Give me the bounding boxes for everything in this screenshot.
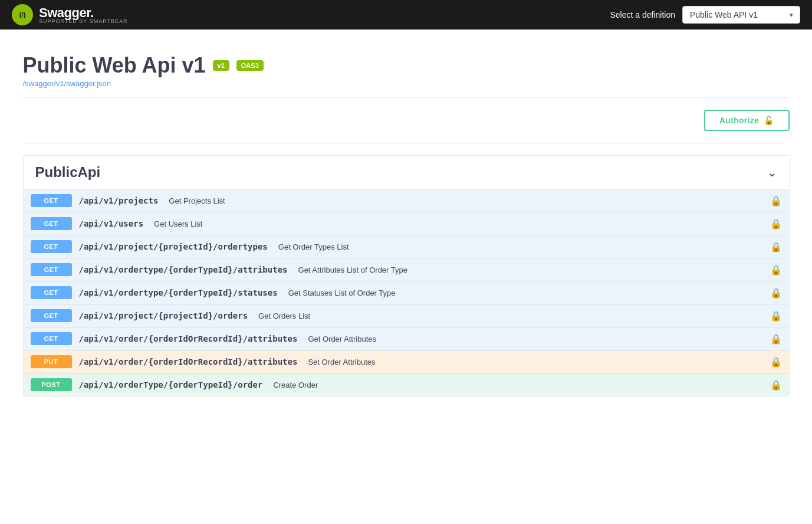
endpoint-path: /api/v1/ordertype/{orderTypeId}/attribut… <box>79 265 288 274</box>
endpoint-lock-icon: 🔒 <box>770 264 782 276</box>
main-content: Public Web Api v1 v1 OAS3 /swagger/v1/sw… <box>11 30 801 408</box>
endpoint-lock-icon: 🔒 <box>770 218 782 230</box>
definition-select[interactable]: Public Web API v1 <box>682 6 800 24</box>
endpoint-row[interactable]: GET/api/v1/usersGet Users List🔒 <box>24 212 789 235</box>
badge-oas3: OAS3 <box>236 60 264 71</box>
endpoint-path: /api/v1/orderType/{orderTypeId}/order <box>79 380 263 389</box>
method-badge: GET <box>31 309 72 322</box>
select-label: Select a definition <box>610 10 675 19</box>
endpoint-description: Get Attributes List of Order Type <box>298 266 407 274</box>
method-badge: GET <box>31 240 72 253</box>
endpoint-path: /api/v1/project/{projectId}/ordertypes <box>79 242 268 251</box>
authorize-lock-icon: 🔓 <box>764 116 774 125</box>
api-group: PublicApi ⌄ GET/api/v1/projectsGet Proje… <box>23 155 790 397</box>
endpoint-path: /api/v1/users <box>79 219 144 228</box>
endpoint-lock-icon: 🔒 <box>770 356 782 368</box>
authorize-section: Authorize 🔓 <box>23 98 790 143</box>
api-title-section: Public Web Api v1 v1 OAS3 /swagger/v1/sw… <box>23 41 790 98</box>
endpoint-description: Get Order Attributes <box>308 335 376 343</box>
endpoint-description: Get Order Types List <box>278 243 349 251</box>
endpoint-row[interactable]: GET/api/v1/project/{projectId}/ordersGet… <box>24 304 789 328</box>
endpoint-row[interactable]: POST/api/v1/orderType/{orderTypeId}/orde… <box>24 374 789 396</box>
endpoint-description: Get Projects List <box>169 196 225 205</box>
definition-select-wrapper[interactable]: Public Web API v1 <box>682 6 800 24</box>
header: {/} Swagger. Supported by SMARTBEAR Sele… <box>0 0 812 30</box>
endpoint-row[interactable]: GET/api/v1/projectsGet Projects List🔒 <box>24 189 789 212</box>
authorize-label: Authorize <box>719 116 759 125</box>
method-badge: PUT <box>31 355 72 368</box>
endpoint-description: Get Orders List <box>258 312 310 320</box>
endpoint-row[interactable]: GET/api/v1/order/{orderIdOrRecordId}/att… <box>24 328 789 351</box>
chevron-down-icon: ⌄ <box>767 165 777 179</box>
authorize-button[interactable]: Authorize 🔓 <box>704 110 790 131</box>
endpoint-row[interactable]: GET/api/v1/ordertype/{orderTypeId}/attri… <box>24 258 789 281</box>
endpoint-description: Get Users List <box>154 220 202 228</box>
endpoint-lock-icon: 🔒 <box>770 310 782 322</box>
method-badge: GET <box>31 263 72 276</box>
endpoint-path: /api/v1/order/{orderIdOrRecordId}/attrib… <box>79 334 298 343</box>
method-badge: GET <box>31 286 72 299</box>
endpoint-path: /api/v1/order/{orderIdOrRecordId}/attrib… <box>79 357 298 366</box>
endpoint-lock-icon: 🔒 <box>770 195 782 207</box>
swagger-logo-icon: {/} <box>12 4 33 25</box>
logo: {/} Swagger. Supported by SMARTBEAR <box>12 4 128 25</box>
endpoint-description: Get Statuses List of Order Type <box>288 289 396 297</box>
endpoint-path: /api/v1/ordertype/{orderTypeId}/statuses <box>79 288 278 297</box>
endpoint-lock-icon: 🔒 <box>770 379 782 391</box>
endpoint-description: Create Order <box>273 381 318 389</box>
endpoint-lock-icon: 🔒 <box>770 241 782 253</box>
endpoint-row[interactable]: GET/api/v1/ordertype/{orderTypeId}/statu… <box>24 281 789 304</box>
svg-text:{/}: {/} <box>19 11 26 18</box>
api-title-row: Public Web Api v1 v1 OAS3 <box>23 53 790 78</box>
endpoint-lock-icon: 🔒 <box>770 287 782 299</box>
endpoints-list: GET/api/v1/projectsGet Projects List🔒GET… <box>24 189 789 396</box>
endpoint-row[interactable]: GET/api/v1/project/{projectId}/ordertype… <box>24 235 789 258</box>
method-badge: GET <box>31 194 72 207</box>
header-right: Select a definition Public Web API v1 <box>610 6 800 24</box>
method-badge: GET <box>31 332 72 345</box>
api-group-header[interactable]: PublicApi ⌄ <box>24 156 789 189</box>
endpoint-lock-icon: 🔒 <box>770 333 782 345</box>
endpoint-path: /api/v1/project/{projectId}/orders <box>79 311 248 320</box>
endpoint-row[interactable]: PUT/api/v1/order/{orderIdOrRecordId}/att… <box>24 351 789 374</box>
badge-v1: v1 <box>213 60 229 71</box>
api-url[interactable]: /swagger/v1/swagger.json <box>23 79 111 88</box>
api-group-title: PublicApi <box>35 164 101 181</box>
endpoint-path: /api/v1/projects <box>79 196 159 205</box>
api-title: Public Web Api v1 <box>23 53 206 78</box>
endpoint-description: Set Order Attributes <box>308 358 375 366</box>
method-badge: POST <box>31 378 72 391</box>
logo-subtext: Supported by SMARTBEAR <box>39 18 128 24</box>
method-badge: GET <box>31 217 72 230</box>
logo-text-block: Swagger. Supported by SMARTBEAR <box>39 5 128 24</box>
